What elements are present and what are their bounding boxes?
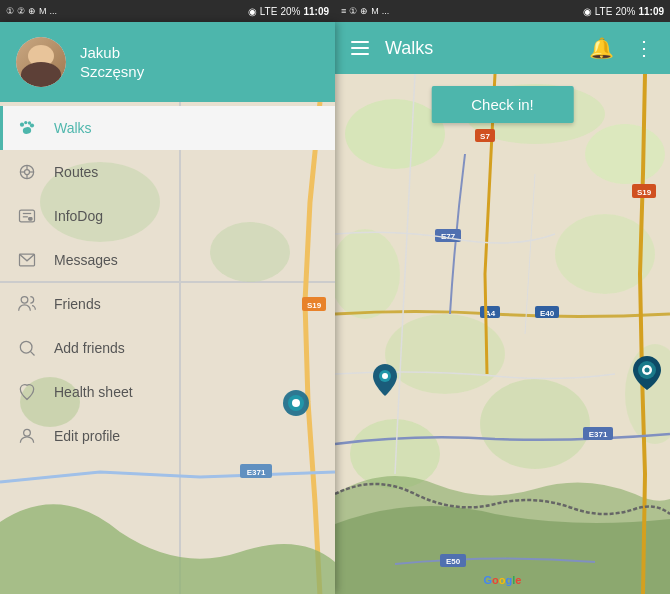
svg-point-13 (20, 123, 24, 127)
left-status-icons: ①②⊕M... (6, 6, 57, 16)
sidebar-item-routes[interactable]: Routes (0, 150, 335, 194)
svg-text:S7: S7 (480, 132, 490, 141)
svg-point-58 (382, 373, 388, 379)
app-toolbar: Walks 🔔 ⋮ (335, 22, 670, 74)
add-friends-icon (16, 337, 38, 359)
sidebar-label-edit-profile: Edit profile (54, 428, 120, 444)
sidebar-item-friends[interactable]: Friends (0, 282, 335, 326)
drawer-menu: Walks Routes (0, 102, 335, 594)
user-info: Jakub Szczęsny (80, 43, 144, 82)
sidebar-item-messages[interactable]: Messages (0, 238, 335, 282)
sidebar-item-edit-profile[interactable]: Edit profile (0, 414, 335, 458)
hamburger-line-1 (351, 41, 369, 43)
sidebar-item-walks[interactable]: Walks (0, 106, 335, 150)
avatar (16, 37, 66, 87)
hamburger-line-2 (351, 47, 369, 49)
sidebar-label-add-friends: Add friends (54, 340, 125, 356)
sidebar-item-health-sheet[interactable]: Health sheet (0, 370, 335, 414)
sidebar-item-infodog[interactable]: InfoDog (0, 194, 335, 238)
username-last: Szczęsny (80, 62, 144, 82)
friends-icon (16, 293, 38, 315)
svg-point-14 (24, 121, 27, 124)
svg-point-30 (20, 341, 32, 353)
map-marker-2 (633, 356, 661, 394)
svg-point-37 (585, 124, 665, 184)
sidebar-label-friends: Friends (54, 296, 101, 312)
svg-point-29 (21, 297, 28, 304)
infodog-icon (16, 205, 38, 227)
svg-text:E50: E50 (446, 557, 461, 566)
svg-text:E371: E371 (589, 430, 608, 439)
drawer-header: Jakub Szczęsny (0, 22, 335, 102)
status-bar-left: ①②⊕M... ◉LTE 20% 11:09 (0, 0, 335, 22)
app-title: Walks (385, 38, 573, 59)
svg-text:E40: E40 (540, 309, 555, 318)
svg-point-16 (30, 123, 34, 127)
svg-rect-27 (29, 218, 32, 221)
sidebar-label-health-sheet: Health sheet (54, 384, 133, 400)
app-panel: Walks 🔔 ⋮ (335, 22, 670, 594)
google-logo: Google (484, 574, 522, 586)
map-marker-1 (373, 364, 397, 400)
right-status-icons: ≡①⊕M... (341, 6, 389, 16)
map-container[interactable]: A4 E40 S7 E77 S19 E371 (335, 74, 670, 594)
sidebar-label-routes: Routes (54, 164, 98, 180)
navigation-drawer: Jakub Szczęsny S19 E371 (0, 22, 335, 594)
health-icon (16, 381, 38, 403)
messages-icon (16, 249, 38, 271)
more-options-icon[interactable]: ⋮ (630, 32, 658, 64)
svg-point-17 (22, 126, 31, 134)
svg-line-31 (30, 351, 34, 355)
status-bar-right: ≡①⊕M... ◉LTE 20% 11:09 (335, 0, 670, 22)
paw-icon (16, 117, 38, 139)
checkin-button[interactable]: Check in! (431, 86, 574, 123)
left-battery: ◉LTE 20% 11:09 (248, 6, 329, 17)
sidebar-label-infodog: InfoDog (54, 208, 103, 224)
svg-point-19 (25, 170, 30, 175)
routes-icon (16, 161, 38, 183)
svg-point-34 (345, 99, 445, 169)
sidebar-label-messages: Messages (54, 252, 118, 268)
hamburger-button[interactable] (347, 37, 373, 59)
hamburger-line-3 (351, 53, 369, 55)
sidebar-item-add-friends[interactable]: Add friends (0, 326, 335, 370)
notification-icon[interactable]: 🔔 (585, 32, 618, 64)
sidebar-label-walks: Walks (54, 120, 92, 136)
svg-point-41 (480, 379, 590, 469)
svg-text:S19: S19 (637, 188, 652, 197)
svg-point-61 (645, 368, 650, 373)
username-first: Jakub (80, 43, 144, 63)
edit-profile-icon (16, 425, 38, 447)
right-battery: ◉LTE 20% 11:09 (583, 6, 664, 17)
svg-point-32 (24, 429, 31, 436)
